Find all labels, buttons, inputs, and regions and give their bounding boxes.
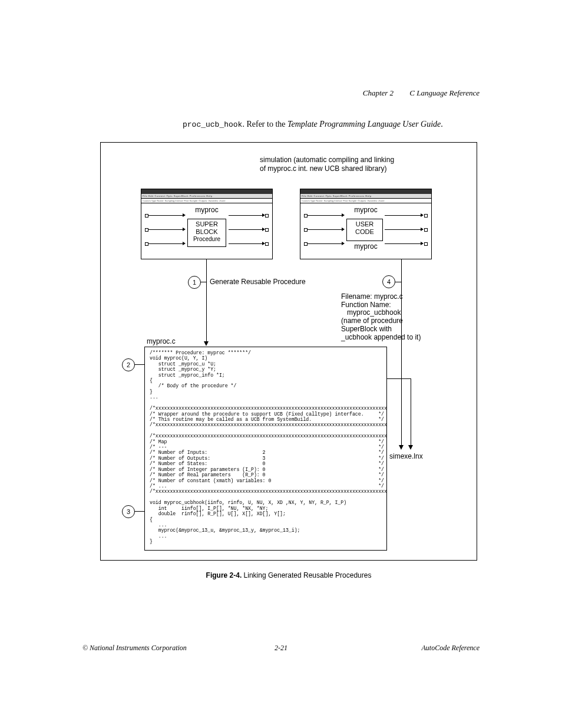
arrow-head-icon: [408, 445, 413, 450]
step-1-marker: 1: [188, 276, 201, 289]
usercode-block: USER CODE: [346, 219, 383, 241]
superblock-window: File Edit Connect Opts SuperBlock Prefer…: [141, 189, 273, 259]
step-2-marker: 2: [122, 358, 135, 371]
intro-paragraph: proc_ucb_hook. Refer to the Template Pro…: [183, 119, 480, 130]
page-number: 2-21: [82, 644, 480, 653]
arrow-line: [401, 259, 402, 446]
menubar: File Edit Connect Opts SuperBlock Prefer…: [300, 194, 431, 199]
step-3-marker: 3: [122, 505, 135, 518]
code-listing: /******* Procedure: myproc *******/ void…: [144, 347, 387, 551]
chapter-title: C Language Reference: [409, 88, 480, 97]
figure-number: Figure 2-4.: [206, 571, 242, 579]
arrow-line: [387, 378, 411, 379]
simexe-label: simexe.lnx: [389, 452, 423, 460]
canvas: myproc SUPER BLOCK Procedure: [141, 203, 272, 260]
doc-reference: Template Programming Language User Guide: [287, 120, 441, 129]
figure-2-4: simulation (automatic compiling and link…: [100, 142, 477, 561]
subbar: Custom Type Name: Sampling Interval: Fir…: [300, 199, 431, 203]
chapter-header: Chapter 2 C Language Reference: [82, 88, 480, 98]
code-token: proc_ucb_hook: [183, 120, 242, 129]
simulation-caption: simulation (automatic compiling and link…: [260, 156, 437, 174]
canvas: myproc USER CODE myproc: [300, 203, 431, 260]
generate-label: Generate Reusable Procedure: [210, 278, 306, 286]
figure-caption: Figure 2-4. Linking Generated Reusable P…: [100, 571, 477, 579]
arrow-line: [411, 378, 411, 446]
step-4-marker: 4: [382, 275, 395, 288]
subbar: Custom Type Name: Sampling Interval: Fir…: [141, 199, 272, 203]
usercode-window: File Edit Connect Opts SuperBlock Prefer…: [300, 189, 432, 259]
menubar: File Edit Connect Opts SuperBlock Prefer…: [141, 194, 272, 199]
chapter-number: Chapter 2: [363, 88, 394, 97]
filename-block: Filename: myproc.c Function Name: myproc…: [341, 293, 421, 342]
myproc-c-label: myproc.c: [147, 337, 176, 345]
arrow-head-icon: [204, 341, 209, 346]
block-label: myproc: [300, 206, 431, 214]
page-footer: 2-21 © National Instruments Corporation …: [82, 644, 480, 653]
arrow-line: [206, 259, 207, 341]
titlebar: [300, 189, 431, 194]
superblock-procedure-block: SUPER BLOCK Procedure: [187, 219, 226, 247]
block-label: myproc: [141, 206, 272, 214]
titlebar: [141, 189, 272, 194]
arrow-head-icon: [399, 445, 404, 450]
